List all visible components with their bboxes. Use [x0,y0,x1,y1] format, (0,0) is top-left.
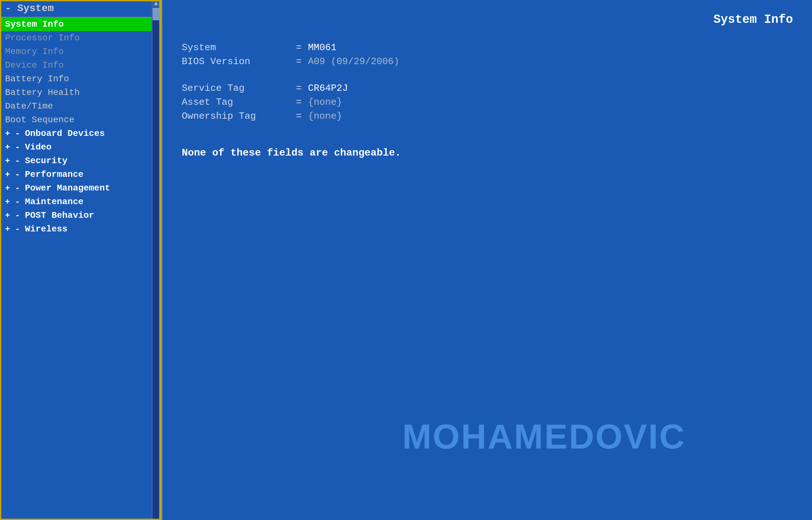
tag-value: {none} [308,111,342,122]
info-equals: = [296,56,302,67]
menu-header: - System [0,0,161,18]
sidebar-item-post-behavior[interactable]: + - POST Behavior [0,209,161,222]
menu-item-label: Boot Sequence [5,115,74,125]
menu-item-label: Video [25,142,51,152]
tags-info: Service Tag=CR64P2JAsset Tag={none}Owner… [182,83,793,125]
tag-label: Service Tag [182,83,289,94]
info-label: System [182,42,289,53]
prefix-icon: + - [5,197,25,207]
panel-title: System Info [182,13,793,26]
sidebar-item-memory-info[interactable]: Memory Info [0,45,161,58]
tag-value: {none} [308,97,342,108]
scroll-up-arrow[interactable]: ▲ [152,0,160,7]
tag-label: Ownership Tag [182,111,289,122]
info-row: BIOS Version=A09 (09/29/2006) [182,56,793,67]
info-equals: = [296,42,302,53]
sidebar-item-onboard-devices[interactable]: + - Onboard Devices [0,127,161,140]
right-content-panel: System Info System=MM061BIOS Version=A09… [163,0,812,520]
sidebar-item-video[interactable]: + - Video [0,140,161,154]
prefix-icon: + - [5,142,25,152]
left-menu-panel: - System System InfoProcessor InfoMemory… [0,0,162,520]
tag-label: Asset Tag [182,97,289,108]
sidebar-item-performance[interactable]: + - Performance [0,167,161,181]
menu-item-label: Wireless [25,224,67,234]
menu-item-label: POST Behavior [25,210,94,220]
tag-row: Asset Tag={none} [182,97,793,108]
sidebar-item-battery-health[interactable]: Battery Health [0,86,161,99]
menu-item-label: Device Info [5,60,64,70]
sidebar-item-wireless[interactable]: + - Wireless [0,222,161,236]
scrollbar-thumb [152,8,160,20]
menu-item-label: Battery Info [5,74,69,84]
info-row: System=MM061 [182,42,793,53]
scrollbar-track [152,7,160,520]
prefix-icon: + - [5,225,25,234]
menu-item-label: Memory Info [5,47,64,56]
prefix-icon: + - [5,156,25,166]
sidebar-item-date-time[interactable]: Date/Time [0,99,161,113]
menu-item-label: Processor Info [5,33,80,43]
prefix-icon: + - [5,183,25,193]
tag-row: Ownership Tag={none} [182,111,793,122]
prefix-icon: + - [5,129,25,138]
menu-item-label: Date/Time [5,101,53,111]
sidebar-item-power-management[interactable]: + - Power Management [0,181,161,195]
tag-equals: = [296,111,302,122]
menu-item-label: Onboard Devices [25,129,105,138]
watermark: MOHAMEDOVIC [402,416,685,457]
info-value: A09 (09/29/2006) [308,56,399,67]
tag-equals: = [296,83,302,94]
prefix-icon: + - [5,211,25,220]
menu-item-label: Maintenance [25,197,83,207]
info-value: MM061 [308,42,337,53]
sidebar-item-maintenance[interactable]: + - Maintenance [0,195,161,209]
menu-header-text: - System [5,3,54,14]
sidebar-item-battery-info[interactable]: Battery Info [0,72,161,86]
sidebar-item-device-info[interactable]: Device Info [0,58,161,72]
sidebar-item-system-info[interactable]: System Info [0,18,161,31]
prefix-icon: + - [5,170,25,179]
menu-items-list: System InfoProcessor InfoMemory InfoDevi… [0,18,161,236]
sidebar-item-boot-sequence[interactable]: Boot Sequence [0,113,161,127]
info-label: BIOS Version [182,56,289,67]
menu-item-label: Battery Health [5,87,80,98]
system-bios-info: System=MM061BIOS Version=A09 (09/29/2006… [182,42,793,70]
menu-item-label: Security [25,156,67,166]
sidebar-item-security[interactable]: + - Security [0,154,161,167]
bios-screen: - System System InfoProcessor InfoMemory… [0,0,812,520]
tag-row: Service Tag=CR64P2J [182,83,793,94]
tag-equals: = [296,97,302,108]
scrollbar[interactable]: ▲ [151,0,161,520]
menu-item-label: Power Management [25,183,110,193]
sidebar-item-processor-info[interactable]: Processor Info [0,31,161,45]
notice-text: None of these fields are changeable. [182,147,793,159]
menu-item-label: System Info [5,19,64,29]
tag-value: CR64P2J [308,83,348,94]
menu-item-label: Performance [25,170,83,179]
